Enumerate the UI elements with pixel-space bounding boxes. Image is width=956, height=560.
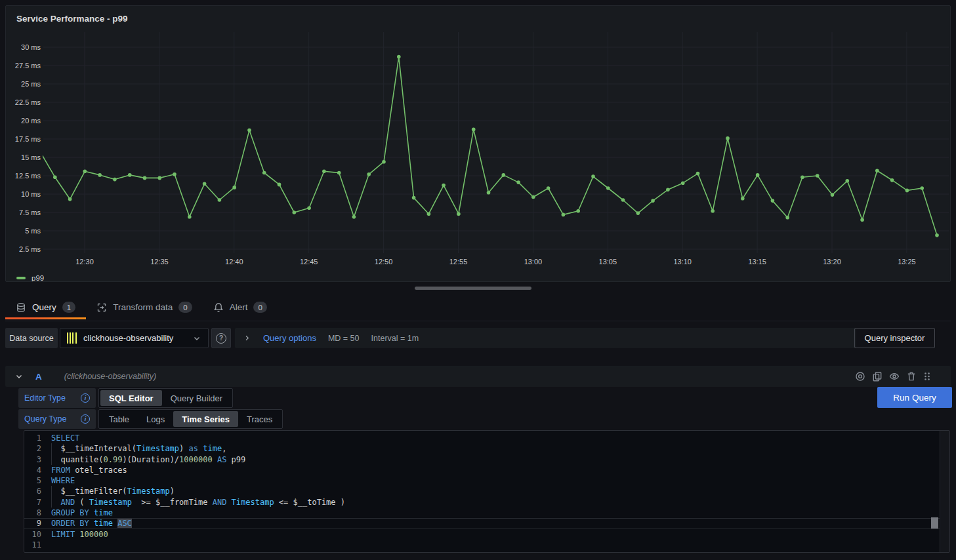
query-row-header[interactable]: A (clickhouse-observability) xyxy=(5,366,951,387)
transform-icon xyxy=(96,302,107,313)
svg-text:12:55: 12:55 xyxy=(449,258,468,266)
editor-type-group: SQL EditorQuery Builder xyxy=(98,388,233,408)
svg-text:13:10: 13:10 xyxy=(673,258,692,266)
clickhouse-logo-icon xyxy=(67,332,78,344)
tab-transform-count: 0 xyxy=(178,302,192,313)
svg-text:12:45: 12:45 xyxy=(300,258,318,266)
query-options-link[interactable]: Query options xyxy=(263,333,316,343)
query-options-header[interactable]: Query options MD = 50 Interval = 1m xyxy=(235,328,856,348)
query-type-group: TableLogsTime SeriesTraces xyxy=(98,409,283,429)
sql-editor[interactable]: 1SELECT2 $__timeInterval(Timestamp) as t… xyxy=(24,430,950,553)
svg-text:12:30: 12:30 xyxy=(75,258,94,266)
svg-text:12:35: 12:35 xyxy=(150,258,169,266)
code-line-8: 8GROUP BY time xyxy=(24,508,949,518)
database-icon xyxy=(16,302,26,313)
code-line-5: 5WHERE xyxy=(24,475,949,486)
svg-text:30 ms: 30 ms xyxy=(21,43,41,51)
svg-text:13:00: 13:00 xyxy=(524,258,543,266)
svg-text:10 ms: 10 ms xyxy=(21,190,41,198)
info-icon: i xyxy=(81,393,90,403)
panel-title: Service Performance - p99 xyxy=(16,14,128,24)
sql-code-lines: 1SELECT2 $__timeInterval(Timestamp) as t… xyxy=(24,433,949,550)
timeseries-panel: 30 ms27.5 ms25 ms22.5 ms20 ms17.5 ms15 m… xyxy=(5,5,951,282)
query-type-label: Query Type i xyxy=(18,409,96,429)
max-data-points-value: MD = 50 xyxy=(328,334,360,343)
tab-query-count: 1 xyxy=(62,302,75,313)
tab-alert[interactable]: Alert 0 xyxy=(203,294,278,321)
code-line-3: 3 quantile(0.99)(Duration)/1000000 AS p9… xyxy=(24,454,949,465)
editor-type-row: Editor Type i SQL EditorQuery Builder xyxy=(18,388,233,408)
svg-text:13:05: 13:05 xyxy=(599,258,617,266)
tab-label: Query xyxy=(32,302,56,312)
tab-label: Alert xyxy=(230,302,248,312)
option-query-builder[interactable]: Query Builder xyxy=(162,390,231,406)
interval-value: Interval = 1m xyxy=(371,334,419,343)
datasource-row: Data source clickhouse-observability ? Q… xyxy=(5,328,951,348)
tab-alert-count: 0 xyxy=(253,302,266,313)
legend-item-p99[interactable]: p99 xyxy=(31,274,44,282)
tab-query[interactable]: Query 1 xyxy=(5,294,86,321)
query-datasource-hint: (clickhouse-observability) xyxy=(64,372,156,381)
svg-text:5 ms: 5 ms xyxy=(25,227,41,235)
eye-icon[interactable] xyxy=(889,371,900,382)
chevron-right-icon xyxy=(243,334,251,342)
code-line-7: 7 AND ( Timestamp >= $__fromTime AND Tim… xyxy=(24,497,949,508)
svg-text:20 ms: 20 ms xyxy=(21,117,41,125)
panel-scrollbar-handle[interactable] xyxy=(415,287,531,290)
run-query-button[interactable]: Run Query xyxy=(877,387,952,408)
code-line-1: 1SELECT xyxy=(24,433,949,443)
option-logs[interactable]: Logs xyxy=(138,411,173,427)
duplicate-query-icon[interactable] xyxy=(872,371,883,382)
collapse-chevron-icon[interactable] xyxy=(14,372,24,381)
editor-type-label-text: Editor Type xyxy=(24,393,66,403)
code-line-9: 9ORDER BY time ASC xyxy=(24,518,949,529)
code-line-10: 10LIMIT 100000 xyxy=(24,529,949,540)
svg-text:13:15: 13:15 xyxy=(748,258,766,266)
svg-text:15 ms: 15 ms xyxy=(21,153,41,161)
datasource-name: clickhouse-observability xyxy=(83,333,187,343)
code-line-4: 4FROM otel_traces xyxy=(24,465,949,475)
query-type-row: Query Type i TableLogsTime SeriesTraces xyxy=(18,409,283,429)
option-time-series[interactable]: Time Series xyxy=(173,411,238,427)
timeseries-chart[interactable]: 30 ms27.5 ms25 ms22.5 ms20 ms17.5 ms15 m… xyxy=(6,6,951,282)
option-table[interactable]: Table xyxy=(100,411,138,427)
editor-tabs: Query 1 Transform data 0 Alert 0 xyxy=(5,294,951,321)
editor-type-label: Editor Type i xyxy=(18,388,96,408)
svg-text:17.5 ms: 17.5 ms xyxy=(15,135,41,143)
svg-text:22.5 ms: 22.5 ms xyxy=(15,98,41,106)
legend-swatch xyxy=(16,277,26,279)
svg-text:13:20: 13:20 xyxy=(823,258,841,266)
datasource-help-button[interactable]: ? xyxy=(211,328,231,348)
svg-text:13:25: 13:25 xyxy=(898,258,916,266)
disable-query-icon[interactable] xyxy=(855,371,865,382)
bell-icon xyxy=(213,302,224,313)
query-inspector-button[interactable]: Query inspector xyxy=(854,328,935,348)
chevron-down-icon xyxy=(192,334,201,343)
svg-text:12:50: 12:50 xyxy=(375,258,393,266)
trash-icon[interactable] xyxy=(906,371,917,382)
svg-text:27.5 ms: 27.5 ms xyxy=(15,62,41,70)
datasource-picker[interactable]: clickhouse-observability xyxy=(60,328,209,348)
info-icon: i xyxy=(81,414,90,424)
tab-label: Transform data xyxy=(113,302,173,312)
svg-text:7.5 ms: 7.5 ms xyxy=(19,209,41,216)
query-ref-id: A xyxy=(35,372,42,382)
svg-text:12:40: 12:40 xyxy=(225,258,243,266)
code-line-2: 2 $__timeInterval(Timestamp) as time, xyxy=(24,443,949,454)
editor-scrollbar-track[interactable] xyxy=(940,431,949,552)
editor-scrollbar-thumb[interactable] xyxy=(931,517,938,529)
query-actions xyxy=(855,371,931,382)
option-traces[interactable]: Traces xyxy=(238,411,281,427)
grafana-edit-panel-page: 30 ms27.5 ms25 ms22.5 ms20 ms17.5 ms15 m… xyxy=(0,0,956,560)
option-sql-editor[interactable]: SQL Editor xyxy=(100,390,162,406)
code-line-6: 6 $__timeFilter(Timestamp) xyxy=(24,486,949,496)
legend: p99 xyxy=(16,274,44,282)
svg-text:12.5 ms: 12.5 ms xyxy=(15,172,41,180)
svg-text:2.5 ms: 2.5 ms xyxy=(19,245,41,253)
question-circle-icon: ? xyxy=(216,333,226,344)
query-type-label-text: Query Type xyxy=(24,414,66,424)
datasource-label: Data source xyxy=(5,328,58,348)
tab-transform-data[interactable]: Transform data 0 xyxy=(86,294,202,321)
drag-handle-icon[interactable] xyxy=(923,371,931,382)
code-line-11: 11 xyxy=(24,540,949,550)
